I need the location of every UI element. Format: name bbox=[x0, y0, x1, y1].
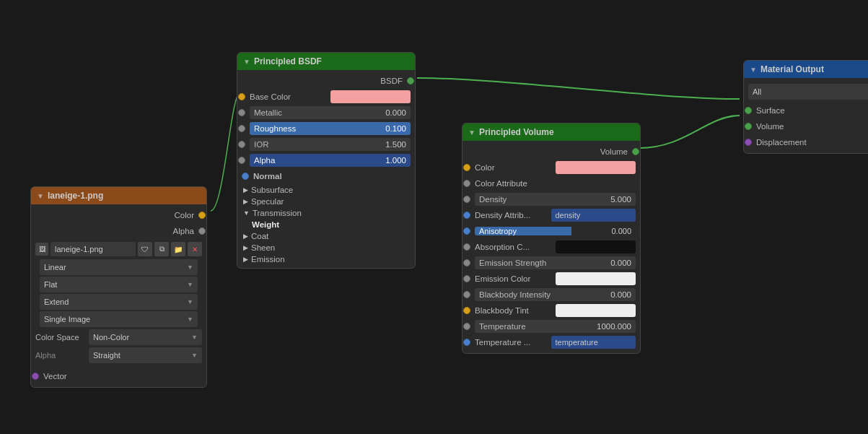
sheen-label: Sheen bbox=[251, 243, 275, 252]
ior-field[interactable]: IOR 1.500 bbox=[250, 138, 411, 151]
collapse-icon[interactable]: ▼ bbox=[37, 192, 44, 200]
bsdf-output-socket[interactable] bbox=[407, 77, 414, 84]
filename-field[interactable]: laneige-1.png bbox=[51, 242, 136, 256]
all-dropdown[interactable]: All ▼ bbox=[748, 84, 868, 100]
roughness-field[interactable]: Roughness 0.100 bbox=[250, 122, 411, 135]
density-field[interactable]: Density 5.000 bbox=[475, 193, 636, 206]
anisotropy-row: Anisotropy 0.000 bbox=[463, 223, 640, 239]
transmission-label: Transmission bbox=[253, 209, 302, 217]
transmission-section[interactable]: ▼ Transmission bbox=[237, 207, 415, 219]
sheen-section[interactable]: ▶ Sheen bbox=[237, 242, 415, 253]
projection-arrow: ▼ bbox=[187, 281, 193, 288]
close-btn[interactable]: ✕ bbox=[188, 242, 202, 256]
blackbody-tint-field[interactable] bbox=[556, 304, 636, 317]
volume-collapse-icon[interactable]: ▼ bbox=[468, 129, 475, 136]
surface-socket[interactable] bbox=[745, 107, 752, 114]
source-dropdown[interactable]: Single Image ▼ bbox=[40, 311, 198, 327]
temperature-field[interactable]: Temperature 1000.000 bbox=[475, 320, 636, 333]
vector-label: Vector bbox=[43, 372, 202, 381]
vol-color-socket[interactable] bbox=[463, 164, 470, 171]
image-texture-title: laneige-1.png bbox=[48, 191, 103, 201]
coat-section[interactable]: ▶ Coat bbox=[237, 230, 415, 242]
volume-input-socket[interactable] bbox=[745, 123, 752, 130]
roughness-socket[interactable] bbox=[238, 125, 245, 132]
density-attr-field[interactable]: density bbox=[551, 209, 636, 222]
projection-dropdown[interactable]: Flat ▼ bbox=[40, 277, 198, 292]
base-color-socket[interactable] bbox=[238, 93, 245, 100]
alpha-row: Alpha Straight ▼ bbox=[35, 347, 202, 363]
normal-socket[interactable] bbox=[242, 173, 249, 180]
source-label: Single Image bbox=[44, 315, 187, 324]
ior-socket[interactable] bbox=[238, 141, 245, 148]
temperature-socket[interactable] bbox=[463, 323, 470, 330]
volume-output-socket[interactable] bbox=[632, 148, 639, 155]
specular-section[interactable]: ▶ Specular bbox=[237, 196, 415, 207]
vol-color-field[interactable] bbox=[556, 161, 636, 174]
emission-strength-socket[interactable] bbox=[463, 259, 470, 266]
projection-label: Flat bbox=[44, 280, 187, 289]
roughness-label: Roughness bbox=[254, 124, 382, 133]
image-texture-controls: 🖼 laneige-1.png 🛡 ⧉ 📁 ✕ Linear ▼ Flat ▼ … bbox=[31, 239, 206, 368]
interpolation-arrow: ▼ bbox=[187, 264, 193, 271]
material-collapse-icon[interactable]: ▼ bbox=[750, 66, 757, 74]
image-texture-node: ▼ laneige-1.png Color Alpha 🖼 laneige-1.… bbox=[30, 186, 207, 388]
metallic-row: Metallic 0.000 bbox=[237, 105, 415, 121]
emission-strength-field[interactable]: Emission Strength 0.000 bbox=[475, 256, 636, 269]
temperature-value: 1000.000 bbox=[597, 322, 631, 331]
image-type-icon[interactable]: 🖼 bbox=[35, 243, 48, 256]
alpha-bsdf-field[interactable]: Alpha 1.000 bbox=[250, 154, 411, 167]
weight-label: Weight bbox=[252, 220, 279, 229]
bsdf-output-row: BSDF bbox=[237, 73, 415, 89]
all-dropdown-value: All bbox=[753, 87, 868, 96]
principled-bsdf-body: BSDF Base Color Metallic 0.000 Roughness… bbox=[237, 70, 415, 268]
copy-btn[interactable]: ⧉ bbox=[154, 242, 169, 256]
color-space-dropdown[interactable]: Non-Color ▼ bbox=[89, 329, 202, 345]
displacement-socket[interactable] bbox=[745, 139, 752, 146]
subsurface-section[interactable]: ▶ Subsurface bbox=[237, 184, 415, 196]
metallic-field[interactable]: Metallic 0.000 bbox=[250, 106, 411, 119]
principled-bsdf-header: ▼ Principled BSDF bbox=[237, 53, 415, 70]
anisotropy-field[interactable]: Anisotropy 0.000 bbox=[475, 227, 636, 235]
alpha-output-socket[interactable] bbox=[198, 227, 206, 235]
absorption-socket[interactable] bbox=[463, 243, 470, 251]
blackbody-intensity-socket[interactable] bbox=[463, 291, 470, 298]
blackbody-tint-socket[interactable] bbox=[463, 307, 470, 314]
vector-socket[interactable] bbox=[32, 373, 39, 380]
alpha-bsdf-socket[interactable] bbox=[238, 157, 245, 164]
emission-color-field[interactable] bbox=[556, 272, 636, 285]
density-socket[interactable] bbox=[463, 196, 470, 203]
alpha-dropdown[interactable]: Straight ▼ bbox=[89, 347, 202, 363]
blackbody-intensity-value: 0.000 bbox=[610, 290, 631, 299]
extension-dropdown[interactable]: Extend ▼ bbox=[40, 294, 198, 310]
bsdf-collapse-icon[interactable]: ▼ bbox=[243, 58, 250, 66]
folder-btn[interactable]: 📁 bbox=[171, 242, 185, 256]
normal-row: Normal bbox=[237, 168, 415, 184]
aniso-value-part: 0.000 bbox=[571, 227, 636, 235]
aniso-label-part: Anisotropy bbox=[475, 227, 571, 235]
color-attr-socket[interactable] bbox=[463, 180, 470, 187]
ior-value: 1.500 bbox=[385, 140, 406, 149]
anisotropy-socket[interactable] bbox=[463, 227, 470, 235]
emission-section[interactable]: ▶ Emission bbox=[237, 253, 415, 265]
color-attr-label: Color Attribute bbox=[475, 179, 636, 188]
density-value: 5.000 bbox=[610, 195, 631, 204]
temp-attr-field[interactable]: temperature bbox=[551, 336, 636, 349]
base-color-field[interactable] bbox=[330, 90, 411, 103]
blackbody-tint-row: Blackbody Tint bbox=[463, 303, 640, 318]
interpolation-dropdown[interactable]: Linear ▼ bbox=[40, 259, 198, 275]
blackbody-intensity-label: Blackbody Intensity bbox=[479, 290, 608, 299]
absorption-row: Absorption C... bbox=[463, 239, 640, 255]
emission-color-socket[interactable] bbox=[463, 275, 470, 282]
color-output-socket[interactable] bbox=[198, 212, 206, 219]
shield-btn[interactable]: 🛡 bbox=[138, 242, 152, 256]
density-attr-socket[interactable] bbox=[463, 212, 470, 219]
emission-icon: ▶ bbox=[243, 256, 248, 263]
metallic-socket[interactable] bbox=[238, 109, 245, 116]
alpha-arrow: ▼ bbox=[191, 352, 198, 359]
temp-attr-row: Temperature ... temperature bbox=[463, 334, 640, 350]
temp-attr-socket[interactable] bbox=[463, 339, 470, 346]
color-output-label: Color bbox=[35, 211, 194, 220]
blackbody-intensity-field[interactable]: Blackbody Intensity 0.000 bbox=[475, 288, 636, 301]
absorption-field[interactable] bbox=[556, 240, 636, 253]
metallic-value: 0.000 bbox=[385, 108, 406, 117]
